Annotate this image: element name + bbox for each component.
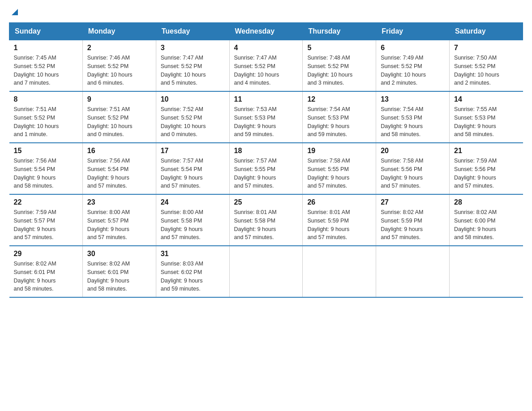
day-number: 9 [87, 95, 151, 103]
day-number: 14 [454, 95, 518, 103]
calendar-cell [229, 246, 303, 297]
day-number: 1 [14, 44, 78, 52]
calendar-cell: 13 Sunrise: 7:54 AMSunset: 5:53 PMDaylig… [376, 91, 450, 143]
calendar-cell: 30 Sunrise: 8:02 AMSunset: 6:01 PMDaylig… [82, 246, 156, 297]
day-info: Sunrise: 7:57 AMSunset: 5:54 PMDaylight:… [161, 157, 225, 190]
day-info: Sunrise: 7:58 AMSunset: 5:56 PMDaylight:… [381, 157, 445, 190]
calendar-cell: 24 Sunrise: 8:00 AMSunset: 5:58 PMDaylig… [156, 194, 229, 246]
day-info: Sunrise: 8:02 AMSunset: 6:01 PMDaylight:… [87, 260, 151, 293]
header-tuesday: Tuesday [156, 23, 229, 40]
day-info: Sunrise: 8:03 AMSunset: 6:02 PMDaylight:… [161, 260, 225, 293]
calendar-cell: 3 Sunrise: 7:47 AMSunset: 5:52 PMDayligh… [156, 40, 229, 92]
day-info: Sunrise: 8:00 AMSunset: 5:58 PMDaylight:… [161, 208, 225, 242]
day-number: 26 [307, 198, 371, 206]
page-header [9, 9, 523, 13]
day-info: Sunrise: 7:50 AMSunset: 5:52 PMDaylight:… [454, 54, 518, 87]
day-number: 27 [381, 198, 445, 206]
day-info: Sunrise: 7:51 AMSunset: 5:52 PMDaylight:… [87, 105, 151, 139]
day-info: Sunrise: 7:54 AMSunset: 5:53 PMDaylight:… [307, 105, 371, 139]
calendar-cell: 17 Sunrise: 7:57 AMSunset: 5:54 PMDaylig… [156, 143, 229, 194]
day-number: 17 [161, 147, 225, 155]
calendar-cell: 23 Sunrise: 8:00 AMSunset: 5:57 PMDaylig… [82, 194, 156, 246]
calendar-cell: 6 Sunrise: 7:49 AMSunset: 5:52 PMDayligh… [376, 40, 450, 92]
calendar-cell [303, 246, 376, 297]
day-info: Sunrise: 8:01 AMSunset: 5:59 PMDaylight:… [307, 208, 371, 242]
calendar-cell: 29 Sunrise: 8:02 AMSunset: 6:01 PMDaylig… [9, 246, 83, 297]
calendar-cell: 2 Sunrise: 7:46 AMSunset: 5:52 PMDayligh… [82, 40, 156, 92]
day-info: Sunrise: 8:00 AMSunset: 5:57 PMDaylight:… [87, 208, 151, 242]
calendar-cell: 18 Sunrise: 7:57 AMSunset: 5:55 PMDaylig… [229, 143, 303, 194]
day-number: 6 [381, 44, 445, 52]
calendar-cell: 11 Sunrise: 7:53 AMSunset: 5:53 PMDaylig… [229, 91, 303, 143]
calendar-cell: 22 Sunrise: 7:59 AMSunset: 5:57 PMDaylig… [9, 194, 83, 246]
day-number: 11 [234, 95, 298, 103]
header-monday: Monday [82, 23, 156, 40]
day-info: Sunrise: 7:57 AMSunset: 5:55 PMDaylight:… [234, 157, 298, 190]
calendar-cell: 1 Sunrise: 7:45 AMSunset: 5:52 PMDayligh… [9, 40, 83, 92]
calendar-cell [376, 246, 450, 297]
day-info: Sunrise: 7:49 AMSunset: 5:52 PMDaylight:… [381, 54, 445, 87]
calendar-cell: 28 Sunrise: 8:02 AMSunset: 6:00 PMDaylig… [450, 194, 523, 246]
calendar-cell [450, 246, 523, 297]
day-number: 19 [307, 147, 371, 155]
svg-marker-0 [12, 9, 18, 15]
header-sunday: Sunday [9, 23, 83, 40]
calendar-cell: 27 Sunrise: 8:02 AMSunset: 5:59 PMDaylig… [376, 194, 450, 246]
calendar-cell: 21 Sunrise: 7:59 AMSunset: 5:56 PMDaylig… [450, 143, 523, 194]
day-info: Sunrise: 8:01 AMSunset: 5:58 PMDaylight:… [234, 208, 298, 242]
day-number: 5 [307, 44, 371, 52]
day-number: 4 [234, 44, 298, 52]
calendar-cell: 31 Sunrise: 8:03 AMSunset: 6:02 PMDaylig… [156, 246, 229, 297]
day-info: Sunrise: 7:52 AMSunset: 5:52 PMDaylight:… [161, 105, 225, 139]
day-number: 24 [161, 198, 225, 206]
day-info: Sunrise: 7:48 AMSunset: 5:52 PMDaylight:… [307, 54, 371, 87]
day-info: Sunrise: 7:59 AMSunset: 5:56 PMDaylight:… [454, 157, 518, 190]
calendar-table: Sunday Monday Tuesday Wednesday Thursday… [9, 22, 523, 298]
calendar-cell: 8 Sunrise: 7:51 AMSunset: 5:52 PMDayligh… [9, 91, 83, 143]
calendar-cell: 20 Sunrise: 7:58 AMSunset: 5:56 PMDaylig… [376, 143, 450, 194]
day-number: 7 [454, 44, 518, 52]
calendar-cell: 19 Sunrise: 7:58 AMSunset: 5:55 PMDaylig… [303, 143, 376, 194]
header-saturday: Saturday [450, 23, 523, 40]
header-friday: Friday [376, 23, 450, 40]
calendar-body: 1 Sunrise: 7:45 AMSunset: 5:52 PMDayligh… [9, 40, 523, 298]
calendar-header: Sunday Monday Tuesday Wednesday Thursday… [9, 23, 523, 40]
day-info: Sunrise: 7:56 AMSunset: 5:54 PMDaylight:… [87, 157, 151, 190]
calendar-cell: 26 Sunrise: 8:01 AMSunset: 5:59 PMDaylig… [303, 194, 376, 246]
logo-triangle-icon [10, 7, 20, 17]
header-thursday: Thursday [303, 23, 376, 40]
day-number: 8 [14, 95, 78, 103]
day-number: 23 [87, 198, 151, 206]
calendar-cell: 9 Sunrise: 7:51 AMSunset: 5:52 PMDayligh… [82, 91, 156, 143]
day-number: 21 [454, 147, 518, 155]
calendar-cell: 4 Sunrise: 7:47 AMSunset: 5:52 PMDayligh… [229, 40, 303, 92]
day-number: 28 [454, 198, 518, 206]
calendar-cell: 7 Sunrise: 7:50 AMSunset: 5:52 PMDayligh… [450, 40, 523, 92]
day-info: Sunrise: 7:45 AMSunset: 5:52 PMDaylight:… [14, 54, 78, 87]
calendar-cell: 10 Sunrise: 7:52 AMSunset: 5:52 PMDaylig… [156, 91, 229, 143]
day-number: 15 [14, 147, 78, 155]
day-number: 29 [14, 250, 78, 258]
day-info: Sunrise: 7:47 AMSunset: 5:52 PMDaylight:… [234, 54, 298, 87]
day-info: Sunrise: 7:47 AMSunset: 5:52 PMDaylight:… [161, 54, 225, 87]
day-info: Sunrise: 7:59 AMSunset: 5:57 PMDaylight:… [14, 208, 78, 242]
day-info: Sunrise: 7:46 AMSunset: 5:52 PMDaylight:… [87, 54, 151, 87]
calendar-cell: 25 Sunrise: 8:01 AMSunset: 5:58 PMDaylig… [229, 194, 303, 246]
day-info: Sunrise: 8:02 AMSunset: 5:59 PMDaylight:… [381, 208, 445, 242]
day-info: Sunrise: 7:54 AMSunset: 5:53 PMDaylight:… [381, 105, 445, 139]
day-number: 16 [87, 147, 151, 155]
day-info: Sunrise: 7:56 AMSunset: 5:54 PMDaylight:… [14, 157, 78, 190]
day-info: Sunrise: 8:02 AMSunset: 6:00 PMDaylight:… [454, 208, 518, 242]
day-number: 18 [234, 147, 298, 155]
day-number: 30 [87, 250, 151, 258]
day-number: 22 [14, 198, 78, 206]
calendar-cell: 12 Sunrise: 7:54 AMSunset: 5:53 PMDaylig… [303, 91, 376, 143]
logo [9, 9, 20, 13]
day-number: 25 [234, 198, 298, 206]
calendar-cell: 16 Sunrise: 7:56 AMSunset: 5:54 PMDaylig… [82, 143, 156, 194]
day-number: 10 [161, 95, 225, 103]
day-number: 31 [161, 250, 225, 258]
day-info: Sunrise: 7:58 AMSunset: 5:55 PMDaylight:… [307, 157, 371, 190]
calendar-cell: 5 Sunrise: 7:48 AMSunset: 5:52 PMDayligh… [303, 40, 376, 92]
day-info: Sunrise: 7:51 AMSunset: 5:52 PMDaylight:… [14, 105, 78, 139]
